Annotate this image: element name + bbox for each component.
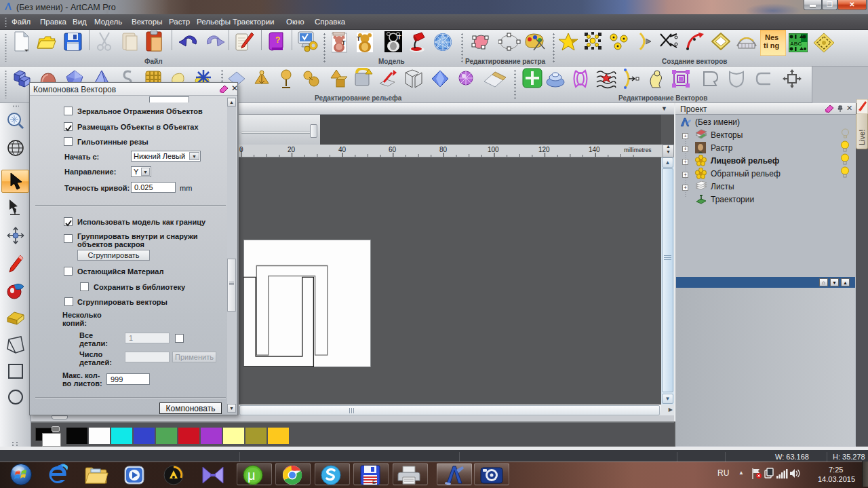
svg-text:millimetres: millimetres bbox=[624, 147, 652, 153]
svg-text:20: 20 bbox=[288, 146, 296, 153]
svg-text:100: 100 bbox=[488, 146, 499, 153]
svg-text:140: 140 bbox=[589, 146, 600, 153]
svg-text:μ: μ bbox=[248, 468, 256, 483]
svg-text:Б: Б bbox=[372, 479, 376, 485]
svg-text:ti ng: ti ng bbox=[764, 41, 779, 50]
svg-text:T: T bbox=[397, 34, 401, 41]
svg-text:80: 80 bbox=[439, 146, 448, 153]
svg-text:40: 40 bbox=[338, 146, 347, 153]
svg-text:Nes: Nes bbox=[765, 33, 778, 41]
svg-text:120: 120 bbox=[538, 146, 550, 153]
svg-text:60: 60 bbox=[389, 146, 397, 153]
svg-text:T: T bbox=[357, 35, 361, 42]
svg-text:T: T bbox=[342, 39, 346, 46]
svg-text:ABC: ABC bbox=[790, 41, 802, 47]
svg-text:?: ? bbox=[275, 35, 280, 45]
